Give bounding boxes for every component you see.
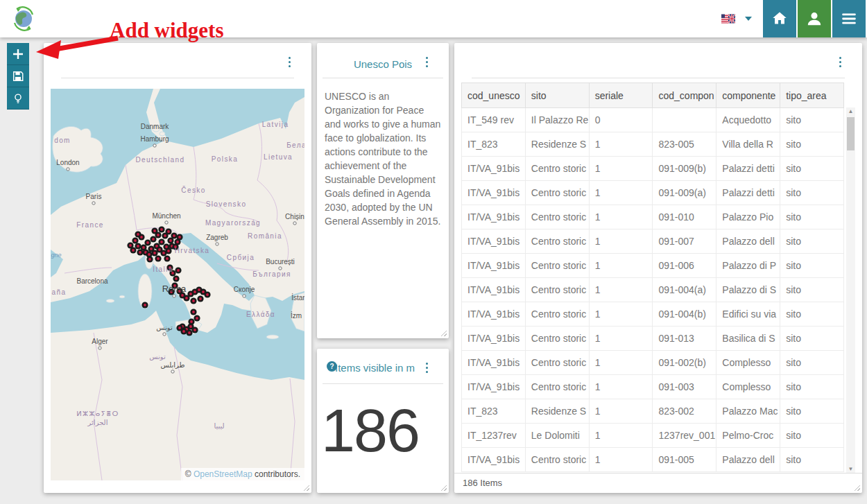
column-header[interactable]: cod_unesco [462,83,526,108]
table-scrollbar[interactable]: ▲ ▼ [846,107,855,473]
table-widget-menu-icon[interactable] [839,55,841,68]
scrollbar-thumb[interactable] [847,117,855,150]
table-row[interactable]: IT/VA_91bisCentro storic1091-005Palazzo … [462,448,844,472]
table-row[interactable]: IT/VA_91bisCentro storic1091-009(b)Palaz… [462,157,844,181]
svg-text:تونس: تونس [156,324,173,331]
table-cell: 091-006 [653,254,716,278]
save-icon [12,70,24,82]
map-widget-menu-icon[interactable] [289,55,291,68]
table-cell: Residenze S [525,132,589,157]
table-cell: Edifici su via [716,302,780,327]
svg-text:Česko: Česko [181,186,205,194]
table-row[interactable]: IT_549 revIl Palazzo Re0Acquedottosito [462,108,844,132]
language-dropdown-caret[interactable] [745,17,752,21]
table-row[interactable]: IT_823Residenze S1823-005Villa della Rsi… [462,132,844,157]
table-widget: cod_unescositoserialecod_componcomponent… [454,43,862,493]
counter-widget-menu-icon[interactable] [426,361,428,374]
table-row[interactable]: IT/VA_91bisCentro storic1091-009(a)Palaz… [462,181,844,205]
table-cell: sito [780,302,844,327]
svg-text:Magyarország: Magyarország [205,219,261,227]
svg-text:الجزائر: الجزائر [87,419,108,426]
resize-handle[interactable] [302,484,309,491]
table-cell: Centro storic [525,229,589,254]
table-cell: sito [780,229,844,254]
osm-link[interactable]: OpenStreetMap [194,469,252,479]
table-cell: 1 [589,157,653,181]
table-cell: 1 [589,448,653,472]
table-widget-header [454,43,862,78]
svg-text:România: România [248,232,282,240]
table-cell: Centro storic [525,375,589,399]
table-cell: 1 [589,229,653,254]
table-cell: Centro storic [525,302,589,327]
column-header[interactable]: componente [716,83,780,108]
table-row[interactable]: IT_823Residenze S1823-002Palazzo Macsito [462,399,844,424]
column-header[interactable]: tipo_area [780,83,844,108]
map-canvas[interactable]: domDanmarkLatvijaLietuvaHamburgLondonDeu… [51,89,304,480]
table-cell: Le Dolomiti [525,424,589,448]
table-cell: sito [780,254,844,278]
table-cell: sito [780,375,844,399]
text-widget-header: Unesco Pois [317,43,449,78]
app-logo [10,5,37,33]
svg-text:Deutschland: Deutschland [136,156,185,164]
text-widget-menu-icon[interactable] [426,55,428,68]
tutorial-button[interactable] [7,87,29,110]
table-row[interactable]: IT/VA_91bisCentro storic1091-004(b)Edifi… [462,302,844,327]
table-cell: sito [780,181,844,205]
menu-button[interactable] [832,0,866,37]
home-button[interactable] [763,0,796,37]
svg-text:Latvija: Latvija [262,121,289,128]
table-cell: 1 [589,254,653,278]
svg-text:Скопје: Скопје [234,286,255,293]
svg-text:Hamburg: Hamburg [140,135,169,143]
table-cell: 1 [589,399,653,424]
table-footer: 186 Items [454,473,862,493]
svg-text:București: București [266,258,295,266]
scroll-up-icon[interactable]: ▲ [846,107,855,116]
svg-text:Paris: Paris [86,193,102,200]
svg-text:Barcelona: Barcelona [76,277,108,285]
column-header[interactable]: sito [525,83,589,108]
table-cell: sito [780,448,844,472]
user-button[interactable] [798,0,831,37]
table-row[interactable]: IT/VA_91bisCentro storic1091-003Compless… [462,375,844,399]
table-cell: 1 [589,375,653,399]
language-flag-icon[interactable] [721,14,735,24]
table-cell: 1 [589,132,653,157]
table-cell: sito [780,399,844,424]
column-header[interactable]: seriale [589,83,653,108]
table-cell: IT/VA_91bis [462,229,526,254]
table-row[interactable]: IT/VA_91bisCentro storic1091-010Palazzo … [462,205,844,229]
table-cell: 1 [589,424,653,448]
lightbulb-icon [12,92,24,105]
table-row[interactable]: IT/VA_91bisCentro storic1091-013Basilica… [462,327,844,351]
table-cell: Centro storic [525,327,589,351]
add-widget-button[interactable] [7,43,29,65]
table-row[interactable]: IT/VA_91bisCentro storic1091-004(a)Palaz… [462,278,844,302]
menu-icon [840,10,858,28]
save-button[interactable] [7,65,29,87]
table-cell: sito [780,351,844,375]
table-row[interactable]: IT/VA_91bisCentro storic1091-006Palazzo … [462,254,844,278]
svg-text:Danmark: Danmark [141,123,170,130]
table-cell: Centro storic [525,157,589,181]
resize-handle[interactable] [440,484,447,491]
table-row[interactable]: IT_1237revLe Dolomiti11237rev_001Pelmo-C… [462,424,844,448]
table-cell: 091-004(a) [653,278,716,302]
home-icon [771,10,789,28]
table-cell: sito [780,327,844,351]
svg-text:Белар: Белар [286,141,304,149]
column-header[interactable]: cod_compon [653,83,716,108]
table-cell: sito [780,157,844,181]
svg-text:dom: dom [54,137,71,144]
table-cell: Il Palazzo Re [525,108,589,132]
table-row[interactable]: IT/VA_91bisCentro storic1091-007Palazzo … [462,229,844,254]
data-grid: cod_unescositoserialecod_componcomponent… [461,82,855,474]
table-row[interactable]: IT/VA_91bisCentro storic1091-002(b)Compl… [462,351,844,375]
help-icon[interactable]: ? [327,361,337,372]
divider [472,78,845,78]
table-cell: Palazzo di P [716,254,780,278]
resize-handle[interactable] [440,329,447,336]
svg-text:İzm: İzm [291,311,302,320]
